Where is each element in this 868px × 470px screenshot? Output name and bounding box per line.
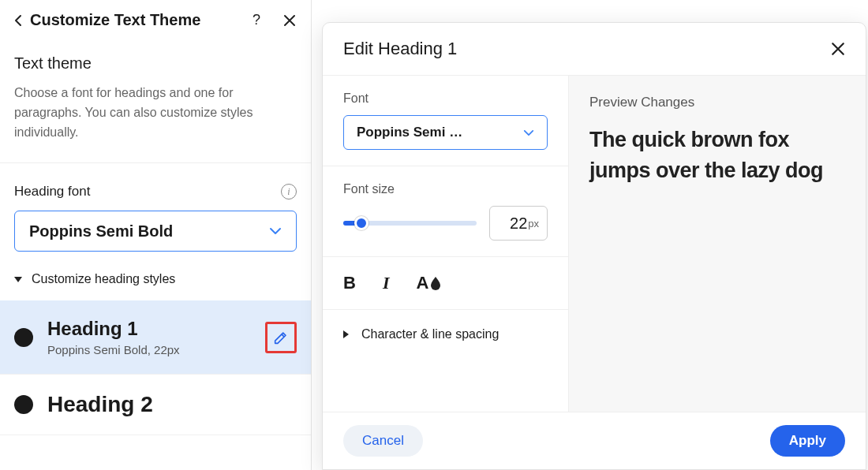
customize-heading-styles-toggle[interactable]: Customize heading styles: [14, 272, 297, 286]
panel-title: Customize Text Theme: [30, 11, 249, 29]
bullet-icon: [14, 328, 33, 347]
panel-header: Customize Text Theme ?: [0, 0, 311, 40]
preview-label: Preview Changes: [589, 95, 845, 110]
close-panel-button[interactable]: [282, 13, 297, 28]
triangle-down-icon: [14, 277, 22, 282]
text-theme-description: Choose a font for headings and one for p…: [14, 84, 297, 142]
font-size-value: 22: [510, 214, 527, 233]
text-theme-heading: Text theme: [14, 54, 297, 73]
heading-font-value: Poppins Semi Bold: [29, 222, 173, 241]
close-icon: [831, 42, 845, 56]
popover-close-button[interactable]: [831, 42, 845, 56]
preview-text: The quick brown fox jumps over the lazy …: [589, 125, 845, 186]
customize-text-theme-panel: Customize Text Theme ? Text theme Choose…: [0, 0, 312, 470]
back-button[interactable]: [14, 14, 30, 27]
italic-icon: I: [383, 273, 390, 293]
spacing-label: Character & line spacing: [361, 327, 499, 341]
cancel-button[interactable]: Cancel: [343, 425, 423, 457]
font-size-slider[interactable]: [343, 215, 477, 231]
heading-1-name: Heading 1: [47, 318, 251, 340]
heading-font-label: Heading font: [14, 184, 90, 200]
text-color-a-icon: A: [416, 273, 428, 293]
chevron-down-icon: [269, 227, 282, 235]
help-button[interactable]: ?: [249, 13, 264, 28]
bullet-icon: [14, 395, 33, 414]
text-style-row: B I A: [323, 257, 568, 310]
font-label: Font: [343, 91, 548, 106]
text-color-button[interactable]: A: [416, 273, 441, 293]
edit-heading-1-highlight: [265, 322, 297, 353]
divider: [0, 162, 311, 163]
edit-heading-popover: Edit Heading 1 Font Poppins Semi … Font …: [322, 22, 866, 470]
heading-2-name: Heading 2: [47, 392, 297, 417]
character-line-spacing-toggle[interactable]: Character & line spacing: [323, 310, 568, 359]
help-icon: ?: [253, 12, 260, 28]
popover-header: Edit Heading 1: [323, 23, 866, 76]
info-icon: i: [287, 186, 290, 198]
bold-button[interactable]: B: [343, 273, 356, 293]
font-size-unit: px: [528, 218, 539, 229]
popover-title: Edit Heading 1: [343, 39, 457, 59]
slider-thumb[interactable]: [354, 216, 369, 230]
preview-panel: Preview Changes The quick brown fox jump…: [569, 76, 866, 412]
italic-button[interactable]: I: [383, 273, 390, 293]
font-select[interactable]: Poppins Semi …: [343, 115, 548, 150]
font-size-input[interactable]: 22px: [489, 206, 548, 241]
triangle-right-icon: [343, 330, 349, 338]
heading-item-2[interactable]: Heading 2: [0, 375, 311, 435]
heading-font-select[interactable]: Poppins Semi Bold: [14, 211, 297, 252]
heading-1-detail: Poppins Semi Bold, 22px: [47, 343, 251, 356]
heading-font-info[interactable]: i: [281, 184, 297, 200]
popover-controls: Font Poppins Semi … Font size: [323, 76, 569, 412]
font-select-value: Poppins Semi …: [357, 125, 462, 140]
pencil-icon[interactable]: [272, 329, 290, 346]
drop-icon: [430, 276, 441, 290]
customize-heading-styles-label: Customize heading styles: [32, 272, 175, 286]
chevron-left-icon: [14, 14, 22, 27]
popover-footer: Cancel Apply: [323, 412, 866, 469]
apply-button[interactable]: Apply: [770, 425, 845, 457]
font-size-label: Font size: [343, 182, 548, 196]
close-icon: [283, 14, 296, 27]
heading-styles-list: Heading 1 Poppins Semi Bold, 22px Headin…: [0, 300, 311, 435]
chevron-down-icon: [523, 129, 534, 136]
heading-item-1[interactable]: Heading 1 Poppins Semi Bold, 22px: [0, 300, 311, 375]
bold-icon: B: [343, 273, 356, 293]
